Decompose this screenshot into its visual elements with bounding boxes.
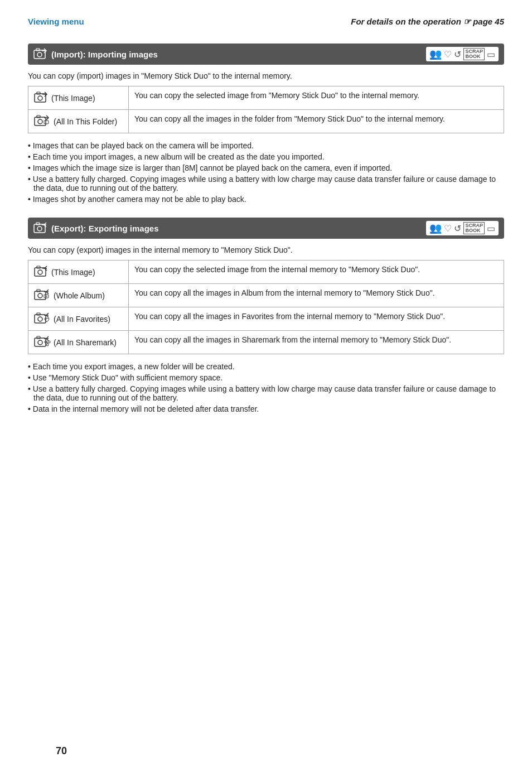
import-notes: • Images that can be played back on the … — [28, 141, 504, 204]
import-option-1-label: (This Image) — [28, 86, 129, 110]
svg-rect-2 — [36, 49, 40, 51]
export-option-4-label: (All In Sharemark) — [28, 331, 129, 354]
import-note-2: • Each time you import images, a new alb… — [28, 152, 504, 161]
export-option-1-desc: You can copy the selected image from the… — [129, 261, 504, 284]
svg-point-18 — [38, 270, 42, 274]
import-option-2-text: (All In This Folder) — [54, 117, 117, 126]
export-whole-album-icon — [34, 288, 51, 302]
import-option-1-text: (This Image) — [51, 94, 95, 103]
svg-point-22 — [38, 293, 42, 298]
svg-rect-12 — [44, 120, 49, 124]
import-option-2-desc: You can copy all the images in the folde… — [129, 110, 504, 133]
export-section-header: (Export): Exporting images 👥 ♡ ↺ SCRAPBO… — [28, 218, 504, 239]
svg-rect-23 — [37, 290, 40, 292]
export-option-1-text: (This Image) — [51, 268, 95, 277]
export-people-icon: 👥 — [429, 222, 442, 234]
export-screen-icon: ▭ — [487, 223, 495, 234]
import-title: (Import): Importing images — [33, 47, 158, 61]
export-option-2-text: (Whole Album) — [54, 291, 105, 300]
svg-point-5 — [38, 96, 42, 100]
import-icon — [33, 47, 48, 61]
page-header: Viewing menu For details on the operatio… — [28, 17, 504, 27]
svg-point-37 — [46, 344, 49, 346]
export-sharemark-icon — [34, 335, 51, 349]
svg-point-28 — [38, 317, 42, 321]
import-section: (Import): Importing images 👥 ♡ ↺ SCRAPBO… — [28, 44, 504, 204]
export-option-3-label: (All In Favorites) — [28, 307, 129, 331]
svg-point-32 — [38, 340, 42, 345]
export-note-1: • Each time you export images, a new fol… — [28, 362, 504, 371]
import-note-5: • Images shot by another camera may not … — [28, 195, 504, 204]
export-note-3: • Use a battery fully charged. Copying i… — [28, 384, 504, 402]
table-row: (All In This Folder) You can copy all th… — [28, 110, 504, 133]
section-label: Viewing menu — [28, 17, 84, 26]
import-section-header: (Import): Importing images 👥 ♡ ↺ SCRAPBO… — [28, 44, 504, 65]
table-row: (Whole Album) You can copy all the image… — [28, 284, 504, 307]
export-option-4-desc: You can copy all the images in Sharemark… — [129, 331, 504, 354]
export-scrapbook-icon: SCRAPBOOK — [463, 222, 485, 234]
import-intro: You can copy (import) images in "Memory … — [28, 71, 504, 80]
import-note-4: • Use a battery fully charged. Copying i… — [28, 175, 504, 192]
export-option-2-label: (Whole Album) — [28, 284, 129, 307]
page-ref: For details on the operation ☞ page 45 — [351, 17, 504, 27]
screen-icon: ▭ — [487, 49, 495, 60]
table-row: (All In Sharemark) You can copy all the … — [28, 331, 504, 354]
export-option-3-text: (All In Favorites) — [54, 315, 110, 324]
export-rotate-icon: ↺ — [454, 223, 461, 234]
import-note-3: • Images which the image size is larger … — [28, 163, 504, 172]
import-icons-group: 👥 ♡ ↺ SCRAPBOOK ▭ — [426, 47, 499, 61]
export-heart-icon: ♡ — [444, 223, 452, 234]
export-title: (Export): Exporting images — [33, 221, 159, 235]
export-option-2-desc: You can copy all the images in Album fro… — [129, 284, 504, 307]
export-intro: You can copy (export) images in the inte… — [28, 245, 504, 254]
export-icon — [33, 221, 48, 235]
svg-point-1 — [37, 52, 42, 57]
rotate-icon: ↺ — [454, 49, 461, 60]
table-row: (This Image) You can copy the selected i… — [28, 86, 504, 110]
export-options-table: (This Image) You can copy the selected i… — [28, 260, 504, 354]
export-option-1-label: (This Image) — [28, 261, 129, 284]
heart-icon: ♡ — [444, 49, 452, 60]
import-title-text: (Import): Importing images — [51, 50, 158, 59]
svg-rect-33 — [37, 336, 40, 339]
import-option-1-desc: You can copy the selected image from "Me… — [129, 86, 504, 110]
table-row: (All In Favorites) You can copy all the … — [28, 307, 504, 331]
export-note-4: • Data in the internal memory will not b… — [28, 404, 504, 413]
export-notes: • Each time you export images, a new fol… — [28, 362, 504, 413]
export-section: (Export): Exporting images 👥 ♡ ↺ SCRAPBO… — [28, 218, 504, 413]
export-option-3-desc: You can copy all the images in Favorites… — [129, 307, 504, 331]
people-icon: 👥 — [429, 48, 442, 60]
svg-point-14 — [37, 226, 42, 231]
import-note-1: • Images that can be played back on the … — [28, 141, 504, 150]
export-option-4-text: (All In Sharemark) — [54, 338, 117, 347]
svg-point-9 — [38, 119, 42, 124]
export-icons-group: 👥 ♡ ↺ SCRAPBOOK ▭ — [426, 221, 499, 235]
import-option-2-label: (All In This Folder) — [28, 110, 129, 133]
export-note-2: • Use "Memory Stick Duo" with sufficient… — [28, 373, 504, 382]
export-this-image-icon — [34, 265, 49, 279]
svg-rect-29 — [37, 313, 40, 315]
page-number: 70 — [56, 745, 67, 757]
import-all-folder-icon — [34, 114, 51, 128]
export-favorites-icon — [34, 312, 51, 326]
scrapbook-icon: SCRAPBOOK — [463, 48, 485, 60]
import-options-table: (This Image) You can copy the selected i… — [28, 86, 504, 133]
export-title-text: (Export): Exporting images — [51, 224, 159, 233]
import-this-image-icon — [34, 91, 49, 105]
table-row: (This Image) You can copy the selected i… — [28, 261, 504, 284]
